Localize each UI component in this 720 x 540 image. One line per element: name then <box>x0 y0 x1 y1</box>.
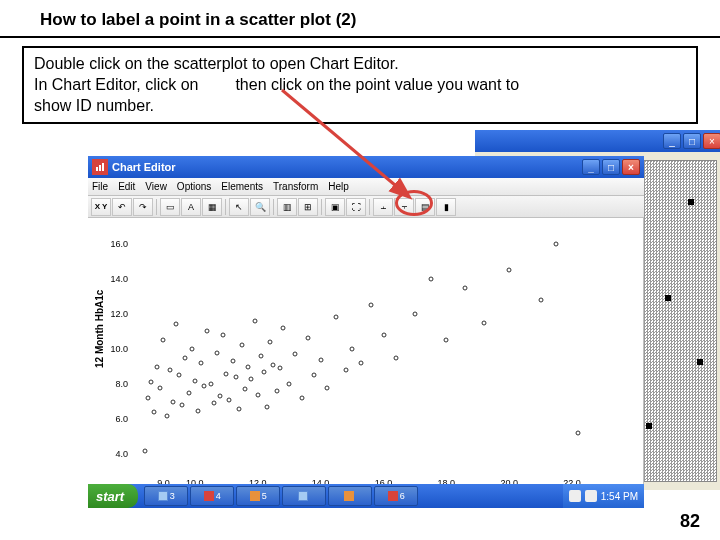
data-point[interactable] <box>167 368 172 373</box>
start-button[interactable]: start <box>88 484 138 508</box>
data-point[interactable] <box>444 338 449 343</box>
data-point[interactable] <box>334 315 339 320</box>
tray-icon[interactable] <box>585 490 597 502</box>
data-point[interactable] <box>145 396 150 401</box>
data-point[interactable] <box>205 329 210 334</box>
data-point[interactable] <box>224 371 229 376</box>
data-point[interactable] <box>243 387 248 392</box>
pointer-icon[interactable]: ↖ <box>229 198 249 216</box>
data-point[interactable] <box>230 359 235 364</box>
minimize-button[interactable]: _ <box>663 133 681 149</box>
data-point[interactable] <box>299 396 304 401</box>
data-point[interactable] <box>262 369 267 374</box>
data-point[interactable] <box>265 404 270 409</box>
data-point[interactable] <box>192 378 197 383</box>
data-point[interactable] <box>271 362 276 367</box>
data-point[interactable] <box>208 382 213 387</box>
data-point[interactable] <box>202 383 207 388</box>
data-point[interactable] <box>155 364 160 369</box>
data-point[interactable] <box>170 399 175 404</box>
data-point[interactable] <box>252 318 257 323</box>
XY-icon[interactable]: X Y <box>91 198 111 216</box>
data-point[interactable] <box>189 347 194 352</box>
maximize-button[interactable]: □ <box>683 133 701 149</box>
taskbar-item[interactable]: 4 <box>190 486 234 506</box>
menu-view[interactable]: View <box>145 181 167 192</box>
data-point[interactable] <box>381 332 386 337</box>
data-point[interactable] <box>158 385 163 390</box>
system-tray[interactable]: 1:54 PM <box>563 484 644 508</box>
close-button[interactable]: × <box>703 133 720 149</box>
data-point[interactable] <box>576 431 581 436</box>
data-point[interactable] <box>343 368 348 373</box>
data-point[interactable] <box>359 361 364 366</box>
data-point[interactable] <box>312 373 317 378</box>
data-point[interactable] <box>246 364 251 369</box>
data-point[interactable] <box>428 276 433 281</box>
data-point[interactable] <box>554 241 559 246</box>
data-point[interactable] <box>186 390 191 395</box>
data-point[interactable] <box>249 376 254 381</box>
data-point[interactable] <box>148 380 153 385</box>
data-point[interactable] <box>183 355 188 360</box>
data-point[interactable] <box>538 297 543 302</box>
close-button[interactable]: × <box>622 159 640 175</box>
data-point[interactable] <box>142 448 147 453</box>
data-point[interactable] <box>214 350 219 355</box>
menu-file[interactable]: File <box>92 181 108 192</box>
data-point[interactable] <box>350 347 355 352</box>
minimize-button[interactable]: _ <box>582 159 600 175</box>
data-point[interactable] <box>394 355 399 360</box>
data-point[interactable] <box>196 408 201 413</box>
data-point[interactable] <box>287 382 292 387</box>
data-point[interactable] <box>211 401 216 406</box>
taskbar-item[interactable] <box>282 486 326 506</box>
chart-canvas[interactable]: 12 Month HbA1c 4.06.08.010.012.014.016.0… <box>88 218 644 500</box>
data-point[interactable] <box>152 410 157 415</box>
scatter-plot[interactable]: 4.06.08.010.012.014.016.09.010.012.014.0… <box>132 226 635 472</box>
data-point[interactable] <box>221 332 226 337</box>
data-point[interactable] <box>324 385 329 390</box>
zoom-icon[interactable]: 🔍 <box>250 198 270 216</box>
tray-icon[interactable] <box>569 490 581 502</box>
text-icon[interactable]: A <box>181 198 201 216</box>
data-point[interactable] <box>293 352 298 357</box>
data-point[interactable] <box>268 339 273 344</box>
data-point[interactable] <box>280 325 285 330</box>
data-point[interactable] <box>463 285 468 290</box>
taskbar-item[interactable]: 5 <box>236 486 280 506</box>
data-point[interactable] <box>412 311 417 316</box>
data-point[interactable] <box>233 375 238 380</box>
data-point[interactable] <box>318 357 323 362</box>
menu-elements[interactable]: Elements <box>221 181 263 192</box>
select-icon[interactable]: ▭ <box>160 198 180 216</box>
taskbar-item[interactable]: 6 <box>374 486 418 506</box>
data-point[interactable] <box>368 303 373 308</box>
data-point[interactable] <box>306 336 311 341</box>
menu-edit[interactable]: Edit <box>118 181 135 192</box>
data-point[interactable] <box>199 361 204 366</box>
data-point[interactable] <box>255 392 260 397</box>
data-point[interactable] <box>274 389 279 394</box>
data-point[interactable] <box>177 373 182 378</box>
data-point[interactable] <box>482 320 487 325</box>
redo-icon[interactable]: ↷ <box>133 198 153 216</box>
data-point[interactable] <box>227 397 232 402</box>
undo-icon[interactable]: ↶ <box>112 198 132 216</box>
callout-arrow-icon <box>280 86 440 206</box>
taskbar-item[interactable]: 3 <box>144 486 188 506</box>
data-point[interactable] <box>236 406 241 411</box>
data-point[interactable] <box>507 267 512 272</box>
data-point[interactable] <box>164 413 169 418</box>
data-point[interactable] <box>161 338 166 343</box>
data-point[interactable] <box>218 394 223 399</box>
data-point[interactable] <box>174 322 179 327</box>
taskbar-item[interactable] <box>328 486 372 506</box>
data-point[interactable] <box>240 343 245 348</box>
menu-options[interactable]: Options <box>177 181 211 192</box>
maximize-button[interactable]: □ <box>602 159 620 175</box>
data-point[interactable] <box>277 366 282 371</box>
data-point[interactable] <box>258 354 263 359</box>
fill-icon[interactable]: ▦ <box>202 198 222 216</box>
data-point[interactable] <box>180 403 185 408</box>
